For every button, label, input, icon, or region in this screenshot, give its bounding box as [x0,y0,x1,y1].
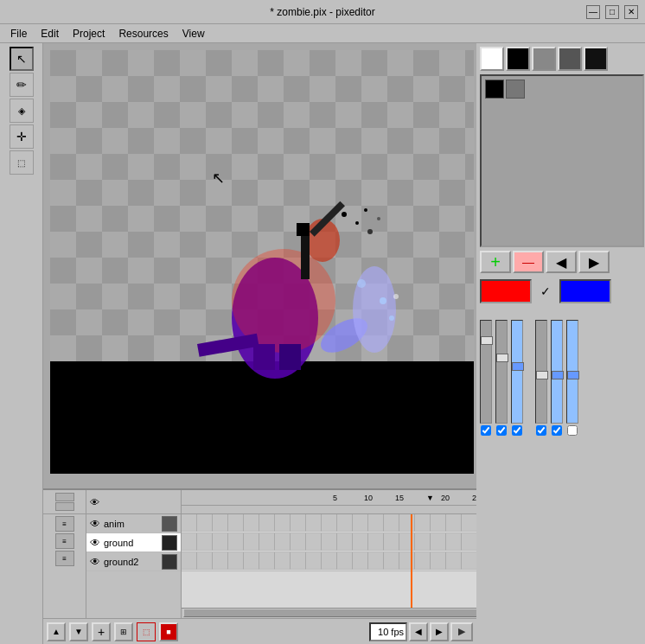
layer-anim-thumb [162,516,177,532]
swatch-black[interactable] [506,47,530,71]
swatch-gray[interactable] [532,47,556,71]
play-button[interactable]: ▶ [450,622,473,641]
pencil-tool[interactable]: ✏ [10,73,34,97]
svg-point-22 [380,297,386,304]
preview-fg-color [485,80,504,99]
layer-anim[interactable]: 👁 anim [86,514,181,533]
next-color-button[interactable]: ▶ [578,251,610,273]
green-slider-thumb[interactable] [496,354,508,362]
green-slider[interactable] [495,320,508,424]
blue2-slider-col [566,320,578,436]
menu-edit[interactable]: Edit [34,26,66,41]
menu-file[interactable]: File [3,26,34,41]
timeline-tool-1[interactable] [55,493,74,501]
prev-color-button[interactable]: ◀ [546,251,577,273]
window-title: * zombie.pix - pixeditor [59,6,586,18]
blue-left-slider[interactable] [511,320,523,424]
green2-slider-thumb[interactable] [552,371,564,379]
layer-ground[interactable]: 👁 ground [86,533,181,552]
menubar: File Edit Project Resources View [0,24,645,43]
layer-icon-2[interactable]: ≡ [55,533,74,549]
red2-slider-col [535,320,547,436]
svg-point-18 [355,221,359,225]
right-panel: + — ◀ ▶ ✓ [476,43,645,644]
select-tool[interactable]: ↖ [10,47,34,71]
frames-row-ground2 [182,552,476,571]
rect-select-tool[interactable]: ⬚ [10,150,34,175]
layer-anim-eye[interactable]: 👁 [90,518,100,530]
color-display-row: ✓ [480,277,642,306]
fps-up-button[interactable]: ▶ [430,622,449,641]
titlebar: * zombie.pix - pixeditor — □ ✕ [0,0,645,24]
h-scrollbar-thumb[interactable] [183,609,476,617]
menu-view[interactable]: View [176,26,212,41]
svg-point-20 [367,229,373,234]
next-frame-button[interactable]: ▼ [69,622,88,641]
frames-ruler: 5 10 15 ▼ 20 25 ▼ 30 35 ▼ 40 [182,490,476,506]
foreground-color-box[interactable] [480,279,532,303]
canvas-checkerboard [50,50,474,474]
delete-frame-button[interactable]: ■ [159,622,178,641]
green-checkbox[interactable] [496,425,507,436]
timeline-tools [43,490,86,513]
fill-tool[interactable]: ◈ [10,99,34,123]
red-checkbox[interactable] [481,425,491,436]
canvas-area[interactable]: ↖ [43,43,476,488]
green2-checkbox[interactable] [552,425,562,436]
svg-point-21 [377,217,380,220]
timeline-bottom: ▲ ▼ + ⊞ ⬚ ■ ◀ ▶ ▶ [43,618,476,644]
duplicate-frame-button[interactable]: ⊞ [114,622,133,641]
blue-left-checkbox[interactable] [512,425,522,436]
background-color-box[interactable] [559,279,611,303]
layers-list: 👁 anim 👁 ground 👁 ground2 [86,514,182,618]
add-frame-button[interactable]: + [92,622,111,641]
prev-frame-button[interactable]: ▲ [47,622,66,641]
layer-icon-3[interactable]: ≡ [55,551,74,566]
checkmark-icon: ✓ [540,284,551,298]
layer-icon-1[interactable]: ≡ [55,516,74,532]
red2-slider[interactable] [535,320,547,424]
red2-slider-thumb[interactable] [536,371,548,379]
layer-ground2[interactable]: 👁 ground2 [86,552,181,571]
layers-frames: ≡ ≡ ≡ 👁 anim 👁 ground [43,514,476,618]
remove-color-button[interactable]: — [513,251,544,273]
frames-row-anim [182,514,476,533]
frames-grid[interactable] [182,514,476,618]
svg-point-24 [393,294,399,299]
blue2-slider-thumb[interactable] [567,371,579,379]
frame-select-button[interactable]: ⬚ [137,622,156,641]
svg-rect-14 [253,344,275,370]
swatch-black2[interactable] [584,47,608,71]
move-tool[interactable]: ✛ [10,124,34,149]
layer-ground-thumb [162,535,177,551]
red-slider[interactable] [480,320,492,424]
minimize-button[interactable]: — [586,5,600,19]
timeline-tool-2[interactable] [55,502,74,511]
green2-slider[interactable] [551,320,563,424]
layer-ground-eye[interactable]: 👁 [90,537,100,549]
tools-panel: ↖ ✏ ◈ ✛ ⬚ [0,43,43,644]
close-button[interactable]: ✕ [624,5,638,19]
menu-project[interactable]: Project [66,26,112,41]
blue-left-slider-col [511,320,523,436]
red-slider-thumb[interactable] [481,336,493,345]
blue-left-slider-thumb[interactable] [512,362,524,371]
maximize-button[interactable]: □ [605,5,619,19]
blue2-checkbox[interactable] [567,425,578,436]
swatch-white[interactable] [480,47,504,71]
layer-ground2-eye[interactable]: 👁 [90,556,100,568]
svg-rect-11 [301,236,310,279]
preview-bg-color [506,80,525,99]
h-scrollbar[interactable] [182,608,476,618]
action-buttons-row: + — ◀ ▶ [480,251,642,273]
red2-checkbox[interactable] [536,425,546,436]
fps-input[interactable] [369,622,407,641]
menu-resources[interactable]: Resources [112,26,175,41]
fps-down-button[interactable]: ◀ [409,622,428,641]
swatch-darkgray[interactable] [558,47,582,71]
sliders-area [480,309,642,439]
add-color-button[interactable]: + [480,251,511,273]
blue2-slider[interactable] [566,320,578,424]
svg-point-19 [364,208,367,212]
green2-slider-col [551,320,563,436]
